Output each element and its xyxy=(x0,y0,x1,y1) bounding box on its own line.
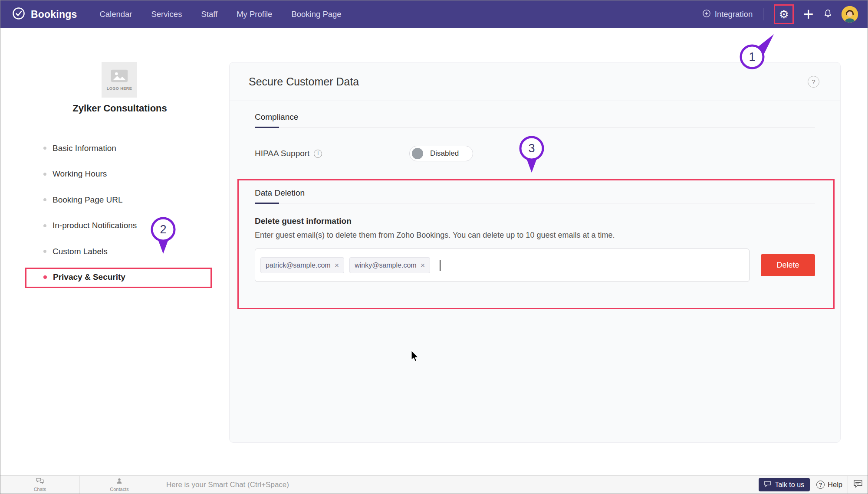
image-placeholder-icon xyxy=(111,69,128,84)
bullet-dot xyxy=(43,224,46,227)
secure-customer-data-panel: Secure Customer Data ? Compliance HIPAA … xyxy=(229,62,841,443)
info-icon[interactable]: i xyxy=(314,150,322,158)
nav-item-services[interactable]: Services xyxy=(151,10,182,19)
nav-item-staff[interactable]: Staff xyxy=(201,10,217,19)
chats-label: Chats xyxy=(34,487,46,492)
hipaa-support-row: HIPAA Support i Disabled xyxy=(255,146,815,161)
panel-title: Secure Customer Data xyxy=(249,75,359,88)
gear-icon[interactable]: ⚙ xyxy=(779,9,789,20)
sidebar-menu: Basic Information Working Hours Booking … xyxy=(43,135,137,290)
delete-button[interactable]: Delete xyxy=(761,254,815,276)
logo-placeholder[interactable]: LOGO HERE xyxy=(102,62,137,98)
guest-email-row: patrick@sample.com × winky@sample.com × … xyxy=(255,249,815,282)
email-chip-text: winky@sample.com xyxy=(355,262,417,269)
sidebar-item-custom-labels[interactable]: Custom Labels xyxy=(43,239,137,265)
user-avatar[interactable] xyxy=(842,6,858,23)
business-name: Zylker Consultations xyxy=(22,103,217,114)
chat-bubble-icon xyxy=(764,481,771,489)
sidebar-item-label: Custom Labels xyxy=(53,247,108,256)
add-icon[interactable]: + xyxy=(802,7,814,21)
zoho-bookings-app: Bookings Calendar Services Staff My Prof… xyxy=(0,0,868,494)
settings-sidebar: LOGO HERE Zylker Consultations Basic Inf… xyxy=(0,28,229,475)
integration-link[interactable]: Integration xyxy=(702,9,753,20)
section-rule-accent xyxy=(255,127,279,128)
hipaa-toggle[interactable]: Disabled xyxy=(409,146,473,161)
nav-item-my-profile[interactable]: My Profile xyxy=(237,10,272,19)
bell-icon[interactable] xyxy=(823,8,833,21)
support-chat-corner-button[interactable] xyxy=(848,476,868,494)
bottom-bar: Chats Contacts Talk to us xyxy=(0,475,868,494)
sidebar-item-label: Privacy & Security xyxy=(53,272,125,282)
text-caret xyxy=(440,260,441,271)
talk-to-us-button[interactable]: Talk to us xyxy=(759,478,810,491)
section-rule xyxy=(255,203,815,203)
sidebar-item-working-hours[interactable]: Working Hours xyxy=(43,161,137,187)
chats-icon xyxy=(36,478,44,486)
bullet-dot xyxy=(43,198,46,201)
logo-placeholder-label: LOGO HERE xyxy=(107,86,132,91)
brand-name: Bookings xyxy=(31,9,77,20)
svg-text:1: 1 xyxy=(749,50,755,63)
data-deletion-heading: Data Deletion xyxy=(255,188,815,198)
data-deletion-section: Data Deletion Delete guest information E… xyxy=(255,188,815,282)
navbar-divider xyxy=(763,8,763,20)
bullet-dot xyxy=(43,173,46,176)
email-chip: winky@sample.com × xyxy=(349,257,430,273)
nav-item-booking-page[interactable]: Booking Page xyxy=(291,10,341,19)
bullet-dot xyxy=(43,147,46,150)
sidebar-item-label: Booking Page URL xyxy=(53,195,123,205)
email-chip: patrick@sample.com × xyxy=(260,257,344,273)
top-navbar: Bookings Calendar Services Staff My Prof… xyxy=(0,0,868,28)
contacts-icon xyxy=(116,478,123,486)
bullet-dot xyxy=(43,250,46,253)
footer-right: Talk to us ? Help xyxy=(759,478,842,491)
chip-close-icon[interactable]: × xyxy=(335,262,339,269)
nav-item-calendar[interactable]: Calendar xyxy=(99,10,132,19)
panel-help-icon[interactable]: ? xyxy=(808,76,819,88)
contacts-button[interactable]: Contacts xyxy=(80,476,159,494)
sidebar-item-label: In-product Notifications xyxy=(53,221,137,230)
navbar-right: Integration ⚙ + xyxy=(702,4,858,24)
panel-header: Secure Customer Data ? xyxy=(230,62,840,101)
smart-chat-input[interactable] xyxy=(159,476,759,494)
sidebar-item-booking-page-url[interactable]: Booking Page URL xyxy=(43,187,137,213)
email-chip-text: patrick@sample.com xyxy=(266,262,331,269)
compliance-section: Compliance HIPAA Support i Disabled xyxy=(255,112,815,161)
chip-close-icon[interactable]: × xyxy=(421,262,425,269)
compliance-heading: Compliance xyxy=(255,112,815,122)
integration-label: Integration xyxy=(715,10,753,19)
main-nav: Calendar Services Staff My Profile Booki… xyxy=(99,10,341,19)
sidebar-item-in-product-notifications[interactable]: In-product Notifications xyxy=(43,213,137,239)
delete-guest-info-description: Enter guest email(s) to delete them from… xyxy=(255,231,815,240)
contacts-label: Contacts xyxy=(110,487,128,492)
bookings-logo-icon xyxy=(12,7,26,22)
panel-body: Compliance HIPAA Support i Disabled Data… xyxy=(230,112,840,282)
toggle-state-label: Disabled xyxy=(430,149,459,158)
section-rule-accent xyxy=(255,203,279,204)
sidebar-item-basic-information[interactable]: Basic Information xyxy=(43,135,137,161)
settings-highlight-box: ⚙ xyxy=(774,4,794,24)
hipaa-support-label: HIPAA Support xyxy=(255,149,309,158)
sidebar-item-privacy-security[interactable]: Privacy & Security xyxy=(43,265,137,291)
integration-icon xyxy=(702,9,711,20)
delete-guest-info-label: Delete guest information xyxy=(255,216,815,226)
help-button[interactable]: ? Help xyxy=(816,481,842,489)
sidebar-item-label: Basic Information xyxy=(53,144,116,153)
chats-button[interactable]: Chats xyxy=(0,476,80,494)
sidebar-item-label: Working Hours xyxy=(53,169,107,179)
bullet-dot xyxy=(43,275,47,279)
section-rule xyxy=(255,127,815,128)
toggle-knob xyxy=(412,148,423,159)
support-chat-icon xyxy=(854,480,862,490)
help-icon: ? xyxy=(816,481,825,489)
brand[interactable]: Bookings xyxy=(12,7,77,22)
guest-email-input[interactable]: patrick@sample.com × winky@sample.com × xyxy=(255,249,750,282)
help-label: Help xyxy=(828,481,842,489)
talk-to-us-label: Talk to us xyxy=(775,481,804,489)
